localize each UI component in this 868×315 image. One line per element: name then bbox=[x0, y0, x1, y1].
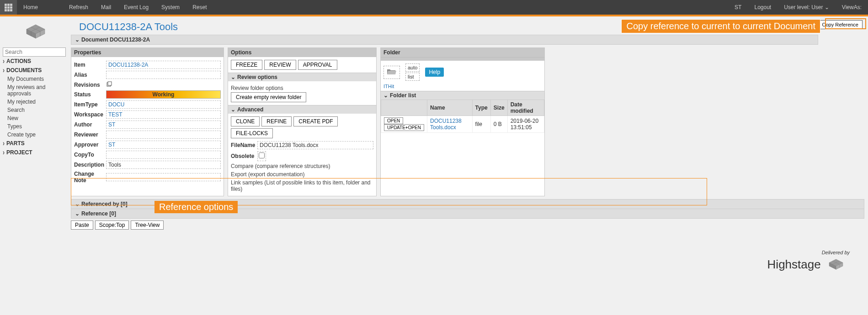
tree-view-button[interactable]: Tree-View bbox=[131, 220, 164, 230]
nav-refresh[interactable]: Refresh bbox=[63, 0, 95, 15]
panel-folder-header: Folder bbox=[381, 48, 544, 57]
obsolete-checkbox[interactable] bbox=[259, 152, 265, 158]
open-folder-button[interactable] bbox=[383, 66, 400, 79]
value-filename[interactable]: DOCU11238 Tools.docx bbox=[257, 141, 373, 149]
create-review-folder-button[interactable]: Create empty review folder bbox=[231, 92, 306, 102]
nav-my-documents[interactable]: My Documents bbox=[3, 75, 68, 83]
nav-actions[interactable]: ACTIONS bbox=[3, 57, 68, 66]
nav-eventlog[interactable]: Event Log bbox=[117, 0, 155, 15]
label-revisions: Revisions bbox=[74, 82, 106, 88]
label-author: Author bbox=[74, 121, 106, 128]
col-size[interactable]: Size bbox=[490, 100, 507, 116]
label-obsolete: Obsolete bbox=[231, 153, 257, 159]
help-button[interactable]: Help bbox=[425, 68, 444, 77]
nav-new[interactable]: New bbox=[3, 114, 68, 122]
nav-reset[interactable]: Reset bbox=[186, 0, 213, 15]
link-compare[interactable]: Compare (compare reference structures) bbox=[231, 162, 373, 170]
logout[interactable]: Logout bbox=[748, 0, 777, 15]
panel-options: Options FREEZE REVIEW APPROVAL ⌄Review o… bbox=[228, 47, 377, 196]
review-options-header[interactable]: ⌄Review options bbox=[228, 73, 376, 81]
label-filename: FileName bbox=[231, 142, 257, 148]
refine-button[interactable]: REFINE bbox=[261, 116, 292, 126]
label-reviewer: Reviewer bbox=[74, 131, 106, 138]
ithit-link[interactable]: ITHit bbox=[381, 84, 544, 91]
document-header[interactable]: ⌄Document DOCU11238-2A bbox=[71, 35, 818, 45]
create-pdf-button[interactable]: CREATE PDF bbox=[293, 116, 338, 126]
panel-options-header: Options bbox=[228, 48, 376, 57]
value-approver[interactable]: ST bbox=[106, 141, 221, 149]
row-modified: 2019-06-20 13:51:05 bbox=[507, 116, 544, 133]
col-name[interactable]: Name bbox=[427, 100, 473, 116]
label-copyto: CopyTo bbox=[74, 152, 106, 158]
nav-my-rejected[interactable]: My rejected bbox=[3, 98, 68, 106]
table-row: OPEN UPDATE+OPEN DOCU11238 Tools.docx fi… bbox=[381, 116, 544, 133]
spacer bbox=[213, 0, 728, 15]
col-modified[interactable]: Date modified bbox=[507, 100, 544, 116]
value-alias[interactable] bbox=[106, 71, 221, 79]
nav-project[interactable]: PROJECT bbox=[3, 148, 68, 157]
footer: Delivered by Highstage bbox=[0, 231, 868, 283]
freeze-button[interactable]: FREEZE bbox=[231, 60, 262, 70]
callout-copy-reference: Copy reference to current to current Doc… bbox=[621, 19, 820, 33]
paste-button[interactable]: Paste bbox=[71, 220, 93, 230]
panel-properties: Properties ItemDOCU11238-2A Alias Revisi… bbox=[71, 47, 224, 196]
copy-reference-button[interactable]: Copy Reference bbox=[818, 20, 863, 29]
chevron-down-icon: ⌄ bbox=[383, 92, 388, 99]
nav-search[interactable]: Search bbox=[3, 106, 68, 114]
nav-create-type[interactable]: Create type bbox=[3, 131, 68, 139]
chevron-down-icon: ⌄ bbox=[75, 37, 80, 43]
approval-button[interactable]: APPROVAL bbox=[298, 60, 337, 70]
row-name[interactable]: DOCU11238 Tools.docx bbox=[427, 116, 473, 133]
sidebar: ACTIONS DOCUMENTS My Documents My review… bbox=[0, 45, 71, 157]
advanced-header[interactable]: ⌄Advanced bbox=[228, 105, 376, 114]
folder-open-icon bbox=[387, 68, 397, 75]
file-locks-button[interactable]: FILE-LOCKS bbox=[231, 128, 273, 138]
value-item[interactable]: DOCU11238-2A bbox=[106, 61, 221, 69]
revisions-icon[interactable] bbox=[106, 81, 112, 89]
label-status: Status bbox=[74, 91, 106, 98]
chevron-down-icon: ⌄ bbox=[231, 74, 235, 80]
value-itemtype[interactable]: DOCU bbox=[106, 100, 221, 109]
value-changenote[interactable] bbox=[106, 173, 221, 181]
value-author[interactable]: ST bbox=[106, 121, 221, 129]
apps-icon[interactable] bbox=[0, 0, 17, 15]
folder-divider bbox=[381, 57, 544, 61]
col-type[interactable]: Type bbox=[472, 100, 490, 116]
label-description: Description bbox=[74, 162, 106, 168]
panel-properties-header: Properties bbox=[71, 48, 224, 57]
nav-system[interactable]: System bbox=[155, 0, 186, 15]
folder-table: Name Type Size Date modified OPEN UPDATE… bbox=[381, 100, 544, 133]
value-reviewer[interactable] bbox=[106, 131, 221, 139]
row-update-open-button[interactable]: UPDATE+OPEN bbox=[384, 124, 424, 131]
logo bbox=[0, 18, 71, 43]
nav-my-reviews[interactable]: My reviews and approvals bbox=[3, 83, 68, 98]
user-initials[interactable]: ST bbox=[728, 0, 748, 15]
clone-button[interactable]: CLONE bbox=[231, 116, 260, 126]
row-open-button[interactable]: OPEN bbox=[384, 117, 403, 124]
value-copyto[interactable] bbox=[106, 151, 221, 159]
auto-box[interactable]: auto bbox=[405, 63, 420, 72]
userlevel-dropdown[interactable]: User level: User ⌄ bbox=[777, 0, 836, 15]
value-description[interactable]: Tools bbox=[106, 161, 221, 169]
link-export[interactable]: Export (export documentation) bbox=[231, 170, 373, 178]
list-box[interactable]: list bbox=[405, 73, 420, 81]
folder-list-header[interactable]: ⌄Folder list bbox=[381, 91, 544, 100]
nav-documents[interactable]: DOCUMENTS bbox=[3, 66, 68, 75]
scope-button[interactable]: Scope:Top bbox=[95, 220, 129, 230]
nav-types[interactable]: Types bbox=[3, 122, 68, 131]
svg-rect-9 bbox=[108, 82, 112, 85]
nav-mail[interactable]: Mail bbox=[95, 0, 117, 15]
chevron-down-icon: ⌄ bbox=[231, 106, 235, 113]
search-input[interactable] bbox=[3, 47, 66, 57]
label-changenote: Change Note bbox=[74, 171, 106, 184]
viewas[interactable]: ViewAs: bbox=[836, 0, 868, 15]
nav-parts[interactable]: PARTS bbox=[3, 139, 68, 148]
value-workspace[interactable]: TEST bbox=[106, 110, 221, 119]
review-button[interactable]: REVIEW bbox=[264, 60, 296, 70]
nav-home[interactable]: Home bbox=[17, 0, 44, 15]
topbar: Home Refresh Mail Event Log System Reset… bbox=[0, 0, 868, 15]
review-note: Review folder options bbox=[231, 84, 373, 92]
chevron-down-icon: ⌄ bbox=[825, 4, 829, 10]
chevron-down-icon: ⌄ bbox=[75, 210, 80, 217]
link-samples[interactable]: Link samples (List of possible links to … bbox=[231, 178, 373, 193]
